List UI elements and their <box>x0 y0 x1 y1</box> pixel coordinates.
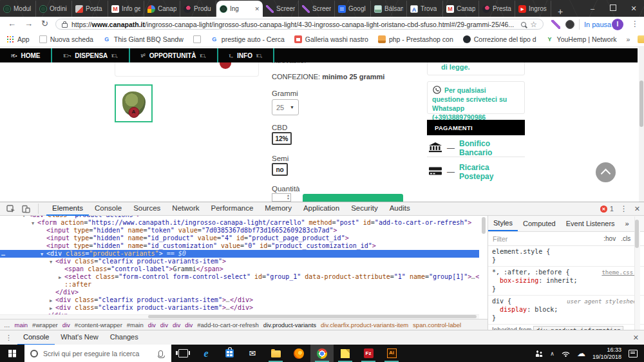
selected-dom-node[interactable]: …▼<div class="product-variants"> == $0 <box>0 250 479 258</box>
payment-method-row[interactable]: —Bonifico Bancario <box>428 139 525 157</box>
sticky-notes-button[interactable] <box>334 345 357 362</box>
css-rules[interactable]: element.style {}theme.css:7*, :after, :b… <box>488 246 644 330</box>
maximize-button[interactable] <box>603 0 623 17</box>
page-scrollbar-thumb[interactable] <box>639 81 643 127</box>
scroll-to-top-button[interactable] <box>596 162 616 182</box>
browser-tab[interactable]: Produ <box>180 1 216 17</box>
device-toolbar-icon[interactable] <box>22 205 30 213</box>
breadcrumb-node[interactable]: #content-wrapper <box>75 321 122 329</box>
browser-tab[interactable]: Ing✕ <box>216 1 263 17</box>
breadcrumb-node[interactable]: #main <box>127 321 144 329</box>
css-rule[interactable]: user agent stylesheetdiv {display: block… <box>488 296 644 325</box>
inspect-element-icon[interactable] <box>6 205 15 213</box>
zoom-icon[interactable] <box>521 22 526 27</box>
filter-input[interactable]: Filter <box>493 235 507 243</box>
new-tab-button[interactable]: + <box>551 5 569 17</box>
bookmark-item[interactable]: App <box>6 35 30 43</box>
styles-tab-»[interactable]: » <box>620 216 634 231</box>
dom-node[interactable]: <input type="hidden" name="id_product" v… <box>0 234 479 242</box>
drawer-tab-what-s-new[interactable]: What's New <box>55 330 104 344</box>
drawer-menu-icon[interactable]: ⋮ <box>0 334 17 342</box>
breadcrumb-node[interactable]: div <box>62 321 70 329</box>
browser-tab[interactable]: MCanap <box>443 1 479 17</box>
styles-tab-event-listeners[interactable]: Event Listeners <box>561 216 620 231</box>
onedrive-icon[interactable]: ☁ <box>577 348 585 358</box>
browser-tab[interactable]: Bálsam <box>371 1 407 17</box>
browser-tab[interactable]: Ordini <box>36 1 72 17</box>
devtools-close-icon[interactable]: ✕ <box>634 205 640 213</box>
quantity-stepper[interactable]: ▲▼ <box>272 193 291 202</box>
error-count[interactable]: 1 <box>610 205 614 213</box>
reload-button[interactable]: ↻ <box>41 19 48 28</box>
nav-item-home[interactable]: ï€•HOME <box>0 48 52 62</box>
nav-item-info[interactable]: ï‚,INFOï□, <box>218 48 274 62</box>
wifi-icon[interactable] <box>562 350 570 357</box>
whatsapp-card[interactable]: Per qualsiasi questione scriveteci su Wh… <box>427 81 525 114</box>
browser-tab[interactable]: Modul <box>0 1 36 17</box>
spinner-arrows-icon[interactable]: ▲▼ <box>287 194 290 200</box>
tray-chevron-icon[interactable]: ∧ <box>550 350 554 357</box>
profile-avatar[interactable]: I <box>612 19 623 30</box>
grammi-select[interactable]: 25▼ <box>272 99 299 115</box>
browser-tab[interactable]: Presta <box>479 1 515 17</box>
sync-paused-label[interactable]: In pausa <box>584 21 611 28</box>
browser-tab[interactable]: Screen <box>299 1 335 17</box>
breadcrumb-ellipsis[interactable]: … <box>4 321 10 329</box>
stylesheet-link[interactable]: user agent stylesheet <box>567 298 640 306</box>
notification-center-icon[interactable] <box>629 350 638 357</box>
people-icon[interactable] <box>535 350 543 357</box>
devtools-tab-network[interactable]: Network <box>166 202 205 214</box>
devtools-menu-icon[interactable]: ⋮ <box>620 204 628 213</box>
start-button[interactable] <box>0 345 24 362</box>
breadcrumb-node[interactable]: #add-to-cart-or-refresh <box>197 321 259 329</box>
breadcrumb-node[interactable]: main <box>15 321 28 329</box>
file-explorer-button[interactable] <box>264 345 287 362</box>
devtools-tab-sources[interactable]: Sources <box>128 202 166 214</box>
payment-method-row[interactable]: —Ricarica Postepay <box>428 163 525 181</box>
dom-node[interactable]: <input type="hidden" name="token" value=… <box>0 227 479 234</box>
breadcrumb-node[interactable]: div <box>160 321 168 329</box>
breadcrumb-node[interactable]: div <box>148 321 156 329</box>
error-badge-icon[interactable]: ✕ <box>600 205 607 213</box>
dom-node[interactable]: <input type="hidden" name="id_customizat… <box>0 242 479 250</box>
close-button[interactable]: ✕ <box>623 0 644 17</box>
breadcrumb-node[interactable]: div <box>173 321 180 329</box>
store-button[interactable] <box>218 345 241 362</box>
breadcrumb-node[interactable]: div <box>185 321 193 329</box>
dom-node[interactable]: <span class="control-label">Grammi</span… <box>0 265 479 273</box>
devtools-tab-audits[interactable]: Audits <box>384 202 416 214</box>
semi-value-box[interactable]: no <box>272 163 288 176</box>
devtools-tab-elements[interactable]: Elements <box>46 202 89 216</box>
breadcrumb-node[interactable]: div.clearfix.product-variants-item <box>321 321 408 329</box>
dom-node[interactable]: ▼<div class="clearfix product-variants-i… <box>0 258 479 265</box>
filezilla-button[interactable]: Fz <box>357 345 380 362</box>
devtools-tab-performance[interactable]: Performance <box>205 202 260 214</box>
breadcrumb-node[interactable]: span.control-label <box>413 321 461 329</box>
drawer-close-icon[interactable]: ✕ <box>633 334 639 342</box>
taskbar-clock[interactable]: 16:33 19/10/2018 <box>592 347 621 361</box>
drawer-tab-changes[interactable]: Changes <box>104 330 144 344</box>
browser-tab[interactable]: Googl <box>335 1 371 17</box>
bookmark-item[interactable]: Nuova scheda <box>39 35 93 43</box>
taskbar-search[interactable]: Scrivi qui per eseguire la ricerca <box>24 345 171 362</box>
tab-close-icon[interactable]: ✕ <box>254 6 260 12</box>
dom-node[interactable]: ▶<select class="form-control form-contro… <box>0 273 479 281</box>
breadcrumb-node[interactable]: div.product-variants <box>263 321 316 329</box>
bookmark-item[interactable]: Gprestige auto - Cerca <box>211 35 285 43</box>
browser-tab[interactable]: Posta <box>72 1 108 17</box>
other-bookmarks-folder[interactable]: Altri Preferiti <box>638 35 644 43</box>
edge-button[interactable]: e <box>194 345 218 362</box>
product-thumbnail[interactable]: A <box>115 84 153 122</box>
bookmark-item[interactable]: php - Prestashop con <box>378 35 453 43</box>
browser-tab[interactable]: MInfo ge <box>108 1 144 17</box>
dom-node[interactable]: ▶<div class="clearfix product-variants-i… <box>0 304 479 312</box>
css-rule[interactable]: element.style {} <box>488 246 644 267</box>
illustrator-button[interactable]: Ai <box>380 345 403 362</box>
dom-node[interactable]: </div> <box>0 289 479 296</box>
elements-tree[interactable]: ▼<div class="product-actions">▼<form act… <box>0 216 479 319</box>
bookmark-item[interactable]: Correzione del tipo d <box>463 35 536 43</box>
screenshot-extension-icon[interactable] <box>551 20 560 29</box>
css-property[interactable]: display: block; <box>492 305 640 314</box>
chrome-button[interactable] <box>310 345 334 362</box>
breadcrumb-node[interactable]: #wrapper <box>32 321 58 329</box>
